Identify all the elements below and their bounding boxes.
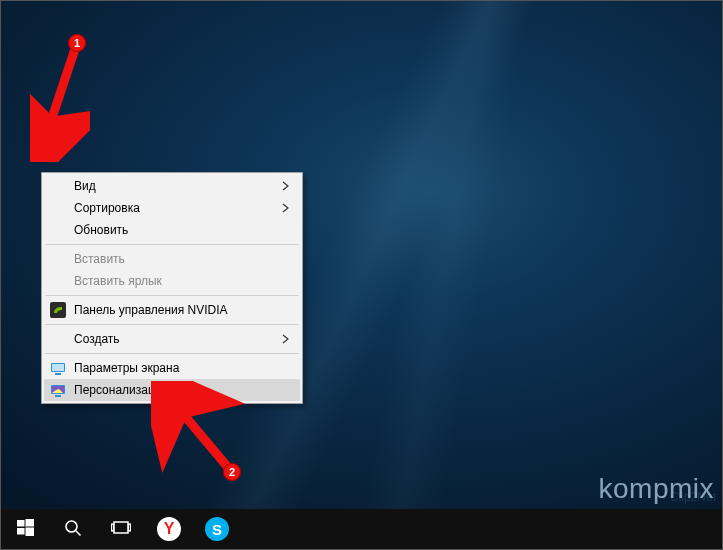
nvidia-icon (50, 302, 66, 318)
menu-item-view[interactable]: Вид (44, 175, 300, 197)
taskbar: Y S (1, 509, 722, 549)
menu-item-label: Обновить (74, 223, 128, 237)
svg-rect-15 (114, 522, 128, 533)
taskbar-app-yandex-browser[interactable]: Y (145, 509, 193, 549)
menu-item-label: Вставить ярлык (74, 274, 162, 288)
menu-item-new[interactable]: Создать (44, 328, 300, 350)
svg-rect-17 (129, 524, 131, 531)
menu-item-personalization[interactable]: Персонализация (44, 379, 300, 401)
svg-rect-7 (55, 395, 61, 397)
menu-item-paste: Вставить (44, 248, 300, 270)
personalization-icon (50, 382, 66, 398)
menu-item-label: Персонализация (74, 383, 168, 397)
svg-point-13 (66, 521, 77, 532)
chevron-right-icon (282, 334, 290, 344)
menu-item-refresh[interactable]: Обновить (44, 219, 300, 241)
menu-item-paste-shortcut: Вставить ярлык (44, 270, 300, 292)
menu-item-label: Создать (74, 332, 120, 346)
menu-separator (45, 295, 299, 296)
task-view-icon (111, 520, 131, 539)
svg-rect-9 (17, 520, 25, 527)
svg-rect-3 (52, 364, 64, 371)
desktop-context-menu: Вид Сортировка Обновить Вставить Вставит… (41, 172, 303, 404)
svg-rect-4 (55, 373, 61, 375)
menu-item-label: Вид (74, 179, 96, 193)
menu-item-label: Панель управления NVIDIA (74, 303, 228, 317)
menu-item-display-settings[interactable]: Параметры экрана (44, 357, 300, 379)
menu-item-nvidia-control-panel[interactable]: Панель управления NVIDIA (44, 299, 300, 321)
svg-rect-10 (25, 519, 34, 527)
yandex-icon: Y (157, 517, 181, 541)
menu-item-label: Сортировка (74, 201, 140, 215)
svg-rect-11 (17, 528, 25, 535)
search-icon (64, 519, 82, 540)
chevron-right-icon (282, 181, 290, 191)
svg-line-14 (76, 531, 81, 536)
start-button[interactable] (1, 509, 49, 549)
skype-icon: S (205, 517, 229, 541)
menu-separator (45, 353, 299, 354)
watermark-primary: kompmix (598, 473, 714, 505)
menu-item-label: Параметры экрана (74, 361, 179, 375)
task-view-button[interactable] (97, 509, 145, 549)
menu-separator (45, 324, 299, 325)
svg-rect-16 (112, 524, 114, 531)
monitor-icon (50, 360, 66, 376)
svg-rect-12 (25, 528, 34, 537)
menu-item-sort[interactable]: Сортировка (44, 197, 300, 219)
search-button[interactable] (49, 509, 97, 549)
windows-logo-icon (17, 519, 34, 539)
taskbar-app-skype[interactable]: S (193, 509, 241, 549)
menu-separator (45, 244, 299, 245)
menu-item-label: Вставить (74, 252, 125, 266)
chevron-right-icon (282, 203, 290, 213)
